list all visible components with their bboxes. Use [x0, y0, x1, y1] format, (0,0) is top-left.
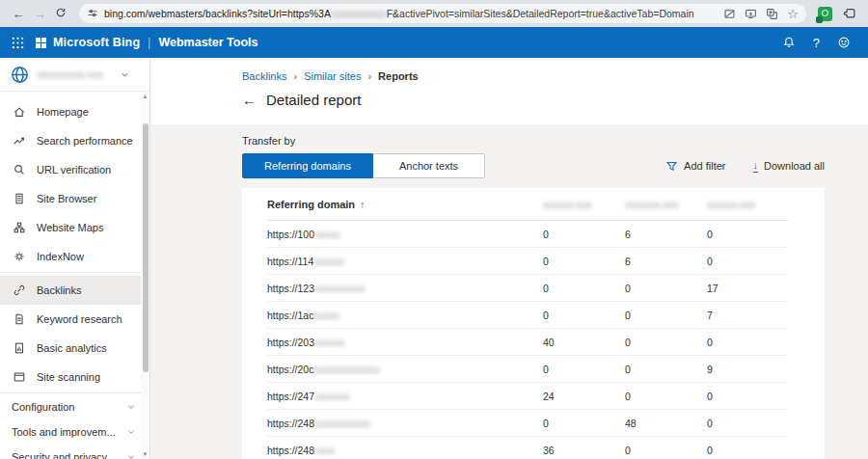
image-blocked-icon[interactable] [723, 8, 736, 20]
sidebar-item-basic-analytics[interactable]: Basic analytics [0, 334, 149, 363]
sidebar-item-label: Search performance [37, 135, 133, 147]
url-prefix: https://203 [267, 337, 314, 348]
column-header-site-1[interactable]: xxxxxx.xxx [543, 199, 625, 210]
cell-value: 36 [543, 445, 625, 456]
sidebar-divider [0, 272, 149, 273]
sidebar-group-tools-improvements[interactable]: Tools and improvem... [0, 419, 149, 445]
referring-domain-link[interactable]: https://123xxxxxxxxxx [267, 283, 543, 294]
sidebar-group-label: Configuration [12, 401, 74, 413]
url-prefix: https://123 [267, 283, 314, 294]
tab-referring-domains[interactable]: Referring domains [242, 153, 373, 178]
sidebar-item-backlinks[interactable]: Backlinks [0, 276, 149, 305]
scrollbar-down-icon[interactable]: ▼ [141, 450, 149, 459]
filter-funnel-icon [665, 160, 678, 173]
sidebar-item-site-browser[interactable]: Site Browser [0, 184, 149, 213]
table-row: https://248xxxxxxxxxxx 0 48 0 [267, 410, 788, 437]
sidebar-item-website-maps[interactable]: Website Maps [0, 213, 149, 242]
cell-value: 0 [543, 418, 625, 429]
cell-value: 0 [707, 337, 789, 348]
breadcrumb-separator-icon: › [293, 70, 297, 82]
translate-icon[interactable] [766, 8, 778, 20]
cell-value: 0 [625, 310, 707, 321]
sidebar-item-search-performance[interactable]: Search performance [0, 126, 149, 155]
breadcrumb-similar-sites-link[interactable]: Similar sites [304, 70, 361, 82]
tab-anchor-texts[interactable]: Anchor texts [373, 153, 485, 178]
download-all-button[interactable]: ↓ Download all [753, 160, 825, 173]
back-arrow-icon[interactable]: ← [242, 92, 257, 108]
browser-back-icon[interactable]: ← [8, 7, 29, 21]
cell-value: 24 [543, 391, 625, 402]
sidebar-item-indexnow[interactable]: IndexNow [0, 242, 149, 271]
add-filter-button[interactable]: Add filter [665, 160, 725, 173]
address-bar[interactable]: bing.com/webmasters/backlinks?siteUrl=ht… [79, 4, 806, 23]
transfer-by-label: Transfer by [242, 135, 825, 147]
transfer-tabs: Referring domains Anchor texts [242, 153, 485, 178]
extensions-puzzle-icon[interactable] [843, 7, 856, 20]
sidebar-group-configuration[interactable]: Configuration [0, 394, 149, 419]
waffle-menu-icon[interactable] [12, 37, 24, 49]
browser-forward-icon[interactable]: → [29, 7, 50, 21]
install-app-icon[interactable] [745, 8, 757, 20]
url-prefix: https://20c [267, 364, 313, 375]
document-icon [12, 312, 27, 326]
feedback-smiley-icon[interactable] [837, 36, 851, 49]
sidebar-group-label: Security and privacy [12, 451, 107, 459]
table-row: https://123xxxxxxxxxx 0 0 17 [267, 275, 788, 302]
sidebar-item-label: IndexNow [37, 251, 84, 262]
referring-domain-link[interactable]: https://114xxxxxx [267, 256, 543, 267]
brand-title: Microsoft Bing [53, 36, 140, 49]
sidebar-group-security-privacy[interactable]: Security and privacy [0, 445, 149, 459]
chart-document-icon [12, 341, 27, 355]
url-prefix: https://100 [267, 229, 314, 240]
scrollbar-thumb[interactable] [143, 123, 149, 372]
bookmark-star-icon[interactable]: ☆ [787, 8, 799, 20]
notifications-bell-icon[interactable] [782, 36, 796, 49]
sidebar-item-url-verification[interactable]: URL verification [0, 155, 149, 184]
url-prefix: https://247 [267, 391, 314, 402]
sidebar-item-label: Keyword research [37, 313, 122, 325]
cell-value: 0 [707, 256, 789, 267]
page-header-band: Backlinks › Similar sites › Reports ← De… [150, 58, 868, 124]
column-header-site-3[interactable]: xxxxxx.xxx [707, 199, 789, 210]
green-extension-icon[interactable] [818, 7, 832, 21]
cell-value: 0 [625, 337, 707, 348]
referring-domain-link[interactable]: https://203xxxxxx [267, 337, 543, 348]
url-text[interactable]: bing.com/webmasters/backlinks?siteUrl=ht… [104, 8, 716, 19]
browser-refresh-icon[interactable] [50, 7, 71, 21]
referring-domain-link[interactable]: https://1acxxxxx [267, 310, 543, 321]
green-extension-badge [816, 16, 823, 23]
breadcrumb-backlinks-link[interactable]: Backlinks [242, 70, 286, 82]
column-header-site-2[interactable]: xxxxxxx.xxx [625, 199, 707, 210]
trend-icon [12, 134, 27, 148]
url-redacted: xxxxxxx [314, 391, 350, 402]
scrollbar-up-icon[interactable]: ▲ [141, 93, 149, 101]
referring-domain-link[interactable]: https://20cxxxxxxxxxxxxx [267, 364, 543, 375]
table-row: https://247xxxxxxx 24 0 0 [267, 383, 788, 410]
table-header-row: Referring domain ↑ xxxxxx.xxx xxxxxxx.xx… [267, 188, 788, 221]
table-row: https://248xxxx 36 0 0 [267, 437, 788, 459]
site-info-icon[interactable] [87, 8, 98, 19]
sidebar-item-label: URL verification [37, 164, 111, 176]
sidebar-item-site-scanning[interactable]: Site scanning [0, 363, 149, 392]
referring-domain-link[interactable]: https://248xxxxxxxxxxx [267, 418, 543, 429]
sort-ascending-icon: ↑ [360, 199, 366, 210]
breadcrumb-current: Reports [378, 70, 419, 82]
referring-domain-link[interactable]: https://100xxxxx [267, 229, 543, 240]
cell-value: 0 [543, 283, 625, 294]
referring-domain-link[interactable]: https://248xxxx [267, 445, 543, 456]
help-icon[interactable]: ? [813, 36, 820, 50]
sidebar-scrollbar[interactable]: ▲ ▼ [141, 93, 149, 459]
cell-value: 0 [707, 229, 789, 240]
referring-domains-table: Referring domain ↑ xxxxxx.xxx xxxxxxx.xx… [242, 188, 825, 459]
content-area: Backlinks › Similar sites › Reports ← De… [150, 58, 868, 459]
site-name: xxxxxxxxx.xxx [37, 68, 120, 80]
url-redacted: xxxxxx [313, 256, 344, 267]
sidebar-item-homepage[interactable]: Homepage [0, 97, 149, 126]
referring-domain-link[interactable]: https://247xxxxxxx [267, 391, 543, 402]
site-selector[interactable]: xxxxxxxxx.xxx [0, 58, 149, 92]
url-prefix: bing.com/webmasters/backlinks?siteUrl=ht… [104, 8, 331, 19]
product-title[interactable]: Webmaster Tools [158, 36, 258, 49]
column-header-referring-domain[interactable]: Referring domain ↑ [267, 199, 543, 210]
sidebar-item-keyword-research[interactable]: Keyword research [0, 305, 149, 334]
url-prefix: https://114 [267, 256, 313, 267]
